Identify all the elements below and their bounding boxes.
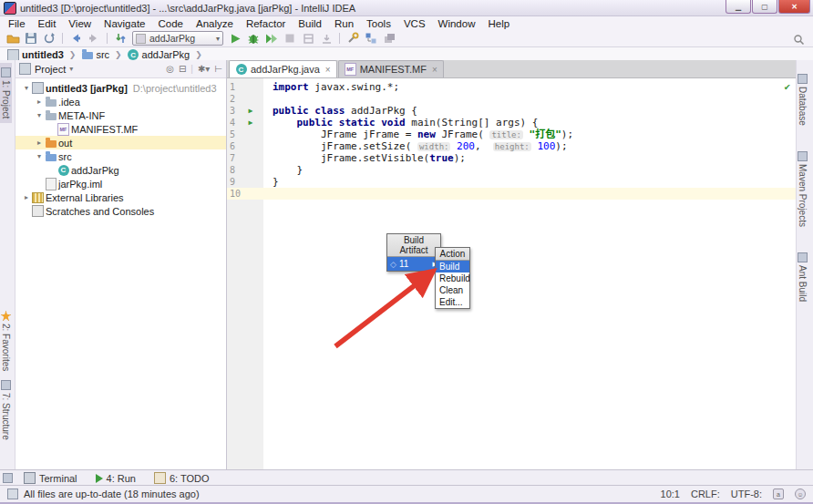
line-number: 8 (227, 164, 244, 176)
hide-panel-icon[interactable]: ⊢ (214, 64, 222, 74)
tree-item-untitled3-jarpkg-[interactable]: ▾untitled3 [jarPkg]D:\project\untitled3 (15, 81, 226, 95)
menu-navigate[interactable]: Navigate (98, 18, 151, 29)
submenu-item-clean[interactable]: Clean (436, 284, 469, 296)
menu-window[interactable]: Window (432, 18, 482, 29)
line-ending-selector[interactable]: CRLF: (691, 489, 720, 499)
stop-icon[interactable] (282, 31, 298, 46)
editor-gutter: 8 (227, 164, 263, 176)
readonly-toggle-icon[interactable]: a (773, 489, 784, 499)
run-icon[interactable] (227, 31, 243, 46)
editor-tab-manifest.mf[interactable]: MFMANIFEST.MF× (338, 60, 444, 77)
breadcrumb-src[interactable]: src (79, 49, 111, 61)
stripe-tab-1-project[interactable]: 1: Project (0, 63, 12, 123)
updown-arrows-icon[interactable] (112, 31, 129, 46)
code-line-3[interactable]: 3▶public class addJarPkg { (227, 105, 796, 117)
tree-item-manifest-mf[interactable]: MFMANIFEST.MF (15, 122, 226, 136)
tree-item-addjarpkg[interactable]: CaddJarPkg (15, 163, 226, 177)
submenu-item-build[interactable]: Build (436, 261, 469, 273)
menu-code[interactable]: Code (151, 18, 190, 29)
tree-chevron-icon[interactable]: ▸ (21, 193, 32, 201)
menu-run[interactable]: Run (328, 18, 360, 29)
menu-tools[interactable]: Tools (360, 18, 397, 29)
hector-inspections-icon[interactable]: ☺ (795, 489, 806, 499)
dump-threads-icon[interactable] (318, 31, 334, 46)
code-line-6[interactable]: 6 jFrame.setSize( width: 200, height: 10… (227, 140, 796, 152)
code-editor[interactable]: ✔ 1import javax.swing.*;23▶public class … (227, 78, 796, 470)
tree-chevron-icon[interactable]: ▸ (34, 139, 45, 147)
stripe-tab-maven-projects[interactable]: Maven Projects (797, 147, 808, 231)
menu-analyze[interactable]: Analyze (190, 18, 240, 29)
tree-chevron-icon[interactable]: ▾ (34, 111, 45, 119)
tool-window-quick-access-icon[interactable] (0, 473, 15, 483)
code-line-5[interactable]: 5 JFrame jFrame = new JFrame( title: "打包… (227, 129, 796, 140)
maximize-button[interactable]: ▢ (752, 0, 777, 14)
artifact-item-11[interactable]: ◇ 11 ▶ (387, 257, 440, 271)
tree-item-external-libraries[interactable]: ▸External Libraries (15, 190, 226, 204)
caret-position[interactable]: 10:1 (661, 489, 680, 499)
export-icon[interactable] (381, 31, 397, 46)
tree-item--idea[interactable]: ▸.idea (15, 95, 226, 108)
stripe-tab-7-structure[interactable]: 7: Structure (0, 375, 12, 445)
toolwindow-button-terminal[interactable]: Terminal (15, 472, 87, 484)
menu-view[interactable]: View (62, 18, 98, 29)
menu-build[interactable]: Build (292, 18, 328, 29)
tree-item-jarpkg-iml[interactable]: jarPkg.iml (15, 177, 226, 190)
coverage-icon[interactable] (263, 31, 280, 46)
tree-item-src[interactable]: ▾src (15, 149, 226, 163)
tree-item-meta-inf[interactable]: ▾META-INF (15, 108, 226, 122)
save-icon[interactable] (23, 31, 39, 46)
code-line-4[interactable]: 4▶ public static void main(String[] args… (227, 117, 796, 129)
search-icon[interactable] (790, 32, 807, 46)
restore-layout-icon[interactable] (300, 31, 316, 46)
run-gutter-icon[interactable]: ▶ (244, 105, 257, 117)
tree-chevron-icon[interactable]: ▾ (34, 152, 45, 160)
stripe-tab-database[interactable]: Database (797, 69, 808, 130)
close-button[interactable]: ✕ (778, 0, 810, 14)
status-grid-icon[interactable] (7, 489, 18, 499)
code-line-1[interactable]: 1import javax.swing.*; (227, 81, 796, 93)
breadcrumb-untitled3[interactable]: untitled3 (5, 49, 66, 61)
project-structure-icon[interactable] (363, 31, 379, 46)
status-message: All files are up-to-date (18 minutes ago… (24, 489, 200, 499)
back-icon[interactable] (67, 31, 84, 46)
menu-file[interactable]: File (2, 18, 32, 29)
code-line-7[interactable]: 7 jFrame.setVisible(true); (227, 152, 796, 164)
inspections-ok-check-icon[interactable]: ✔ (784, 81, 790, 93)
toolwindow-button-run[interactable]: 4: Run (87, 472, 145, 484)
stripe-tab-2-favorites[interactable]: 2: Favorites (0, 306, 12, 375)
menu-vcs[interactable]: VCS (397, 18, 432, 29)
tree-item-out[interactable]: ▸out (15, 136, 226, 149)
menu-help[interactable]: Help (481, 18, 516, 29)
tab-close-icon[interactable]: × (325, 65, 331, 75)
collapse-all-icon[interactable]: ⊟ (179, 64, 186, 74)
editor-tab-addjarpkg.java[interactable]: CaddJarPkg.java× (229, 60, 337, 77)
forward-icon[interactable] (86, 31, 102, 46)
breadcrumb-addJarPkg[interactable]: CaddJarPkg (126, 49, 192, 61)
code-line-2[interactable]: 2 (227, 93, 796, 105)
toolwindow-button-todo[interactable]: 6: TODO (145, 472, 219, 484)
run-config-app-icon (136, 34, 146, 44)
tree-item-scratches-and-consoles[interactable]: Scratches and Consoles (15, 204, 226, 218)
code-line-10[interactable]: 10 (227, 188, 796, 200)
gear-icon[interactable]: ✱▾ (198, 64, 210, 74)
locate-icon[interactable]: ◎ (166, 64, 174, 74)
tree-chevron-icon[interactable]: ▾ (21, 84, 32, 92)
encoding-selector[interactable]: UTF-8: (731, 489, 762, 499)
submenu-item-rebuild[interactable]: Rebuild (436, 273, 469, 284)
tree-chevron-icon[interactable]: ▸ (34, 98, 45, 106)
debug-icon[interactable] (245, 31, 262, 46)
menu-refactor[interactable]: Refactor (240, 18, 292, 29)
menu-edit[interactable]: Edit (32, 18, 63, 29)
settings-icon[interactable] (345, 31, 361, 46)
minimize-button[interactable]: ▁ (726, 0, 751, 14)
sync-icon[interactable] (41, 31, 57, 46)
run-configuration-combo[interactable]: addJarPkg ▾ (132, 31, 223, 46)
run-gutter-icon[interactable]: ▶ (244, 117, 257, 129)
code-line-8[interactable]: 8 } (227, 164, 796, 176)
code-line-9[interactable]: 9} (227, 176, 796, 188)
stripe-tab-ant-build[interactable]: Ant Build (797, 248, 808, 306)
project-view-selector[interactable]: Project ▾ (19, 63, 73, 75)
open-icon[interactable] (5, 31, 21, 46)
submenu-item-edit[interactable]: Edit... (436, 296, 469, 308)
tab-close-icon[interactable]: × (432, 65, 437, 75)
